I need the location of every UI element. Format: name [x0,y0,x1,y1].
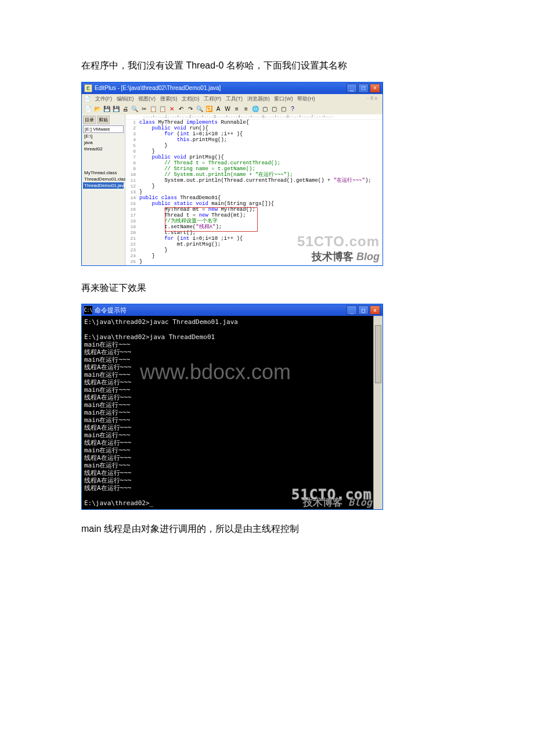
tab-clip[interactable]: 剪贴 [97,116,110,124]
app-icon: E [84,84,92,92]
t6-icon[interactable]: ▢ [270,105,278,113]
mdi-controls[interactable]: - 8 x [367,95,377,101]
code-line[interactable]: 8 // Thread t = Thread.currentThread(); [125,160,383,166]
line-number: 24 [125,253,139,259]
replace-icon[interactable]: 🔁 [205,105,213,113]
code-line[interactable]: 18 //为线程设置一个名字 [125,218,383,224]
code-line[interactable]: 10 // System.out.println(name + "在运行~~~"… [125,172,383,178]
code-line[interactable]: 5 } [125,143,383,149]
line-number: 12 [125,183,139,189]
code-line[interactable]: 3 for (int i=0;i<10 ;i++ ){ [125,131,383,137]
code-text: } [139,143,168,149]
code-text: } [139,253,155,259]
line-number: 8 [125,160,139,166]
minimize-button[interactable]: _ [347,84,357,93]
file-item-selected[interactable]: ThreadDemo01.java [83,182,124,189]
code-text: public void run(){ [139,125,208,131]
code-text: } [139,247,168,253]
menu-item[interactable]: 工具(T) [226,96,243,102]
side-panel: 目录 剪贴 [E:] VMware [E:\] java thread02 My… [82,114,125,265]
console-title: 命令提示符 [95,306,345,315]
preview-icon[interactable]: 🔍 [131,105,139,113]
folder-java[interactable]: java [83,139,124,146]
code-text: System.out.println(Thread.currentThread(… [139,178,371,183]
t7-icon[interactable]: ▢ [279,105,287,113]
paste-icon[interactable]: 📋 [158,105,167,113]
folder-root[interactable]: [E:\] [83,133,124,139]
console-titlebar[interactable]: C:\ 命令提示符 _ □ × [82,304,383,316]
console-body[interactable]: E:\java\thread02>javac ThreadDemo01.java… [82,316,383,509]
code-line[interactable]: 4 this.printMsg(); [125,137,383,143]
cut-icon[interactable]: ✂ [140,105,148,113]
code-line[interactable]: 13} [125,189,383,195]
new-icon[interactable]: 📄 [84,105,92,113]
line-number: 6 [125,149,139,154]
menu-item[interactable]: 窗口(W) [274,96,293,102]
maximize-button[interactable]: □ [358,84,369,93]
code-line[interactable]: 11 System.out.println(Thread.currentThre… [125,178,383,183]
close-button[interactable]: × [370,84,380,93]
browser-icon[interactable]: 🌐 [251,105,259,113]
code-line[interactable]: 15 public static void main(String args[]… [125,201,383,207]
menu-item[interactable]: 编辑(E) [117,96,134,102]
line-number: 3 [125,131,139,137]
code-line[interactable]: 17 Thread t = new Thread(mt); [125,213,383,218]
ruler: ----+----1----+----2----+----3----+----4… [125,114,383,120]
line-number: 10 [125,172,139,178]
undo-icon[interactable]: ↶ [177,105,185,113]
menu-item[interactable]: 视图(V) [138,96,156,102]
line-number: 21 [125,236,139,242]
help-icon[interactable]: ? [288,105,297,113]
folder-thread02[interactable]: thread02 [83,146,124,152]
code-text: //为线程设置一个名字 [139,218,218,224]
console-maximize-button[interactable]: □ [358,305,369,315]
code-line[interactable]: 19 t.setName("线程A"); [125,224,383,230]
code-line[interactable]: 7 public void printMsg(){ [125,154,383,160]
code-text: t.setName("线程A"); [139,224,222,230]
t1-icon[interactable]: A [214,105,222,113]
saveall-icon[interactable]: 💾 [112,105,120,113]
console-close-button[interactable]: × [370,305,380,315]
menu-item[interactable]: 文件(F) [95,96,113,102]
window-title: EditPlus - [E:\java\thread02\ThreadDemo0… [95,85,345,91]
code-line[interactable]: 9 // String name = t.getName(); [125,166,383,172]
code-line[interactable]: 12 } [125,183,383,189]
menu-item[interactable]: 浏览器(B) [247,96,270,102]
scrollbar[interactable] [373,316,383,509]
code-area[interactable]: ----+----1----+----2----+----3----+----4… [125,114,383,265]
delete-icon[interactable]: ✕ [168,105,176,113]
drive-select[interactable]: [E:] VMware [83,125,124,133]
menu-item[interactable]: 搜索(S) [160,96,178,102]
code-line[interactable]: 16 MyThread mt = new MyThread(); [125,207,383,213]
line-number: 15 [125,201,139,207]
find-icon[interactable]: 🔍 [196,105,204,113]
code-line[interactable]: 1class MyThread implements Runnable{ [125,120,383,125]
file-item[interactable]: ThreadDemo01.class [83,176,124,182]
console-watermark: 51CTO.com 技术博客 Blog [291,491,372,506]
menu-item[interactable]: 文档(D) [182,96,200,102]
t4-icon[interactable]: ≡ [242,105,250,113]
code-text: // String name = t.getName(); [139,166,255,172]
tab-dir[interactable]: 目录 [83,116,96,124]
console-output: E:\java\thread02>javac ThreadDemo01.java… [84,318,380,507]
file-item[interactable]: MyThread.class [83,170,124,176]
print-icon[interactable]: 🖨 [121,105,129,113]
t2-icon[interactable]: W [223,105,232,113]
code-line[interactable]: 14public class ThreadDemo01{ [125,195,383,201]
t3-icon[interactable]: ≡ [233,105,241,113]
open-icon[interactable]: 📂 [93,105,102,113]
save-icon[interactable]: 💾 [103,105,111,113]
t5-icon[interactable]: ▢ [261,105,269,113]
redo-icon[interactable]: ↷ [186,105,194,113]
copy-icon[interactable]: 📋 [149,105,157,113]
console-window: C:\ 命令提示符 _ □ × E:\java\thread02>javac T… [81,304,383,510]
editor-titlebar[interactable]: E EditPlus - [E:\java\thread02\ThreadDem… [82,82,383,94]
toolbar: 📄 📂 💾 💾 🖨 🔍 ✂ 📋 📋 ✕ ↶ ↷ 🔍 🔁 A W ≡ ≡ 🌐 ▢ … [82,104,383,114]
menu-item[interactable]: 帮助(H) [297,96,315,102]
editor-window: E EditPlus - [E:\java\thread02\ThreadDem… [81,82,383,266]
menu-item[interactable]: 工程(P) [204,96,221,102]
code-line[interactable]: 6 } [125,149,383,154]
console-minimize-button[interactable]: _ [347,305,357,315]
code-line[interactable]: 2 public void run(){ [125,125,383,131]
line-number: 9 [125,166,139,172]
